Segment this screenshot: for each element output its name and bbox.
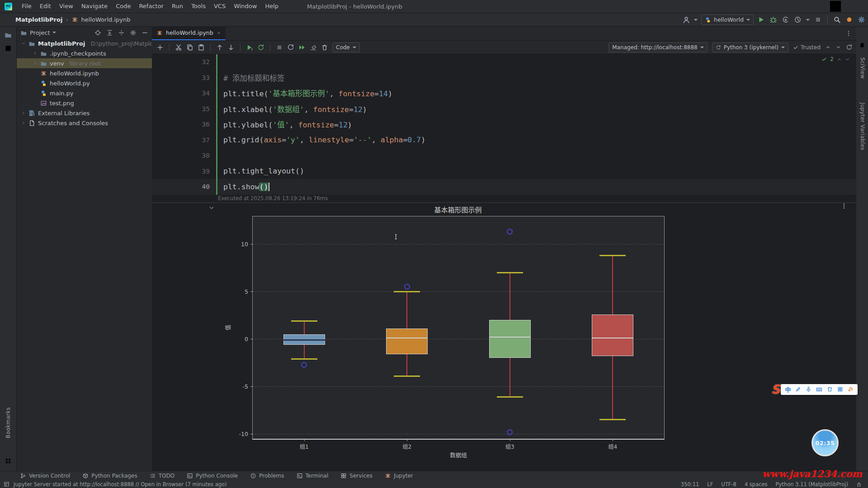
project-panel-caret-icon[interactable] <box>52 32 56 33</box>
notebook-code-cell[interactable]: 3233# 添加标题和标签34plt.title('基本箱形图示例', font… <box>152 54 856 195</box>
tab-close-icon[interactable] <box>217 31 221 35</box>
tree-item-helloworld-ipynb[interactable]: helloWorld.ipynb <box>17 68 152 78</box>
menu-refactor[interactable]: Refactor <box>135 0 168 13</box>
sogou-logo-icon[interactable]: S <box>771 382 780 396</box>
coverage-button[interactable] <box>782 16 789 23</box>
debug-button[interactable] <box>769 16 777 23</box>
expand-settings-icon[interactable] <box>118 29 125 36</box>
tool-window-button-terminal[interactable]: Terminal <box>297 473 329 479</box>
code-line-40[interactable]: 40plt.show() <box>152 179 856 195</box>
menu-code[interactable]: Code <box>112 0 135 13</box>
tool-window-switcher-icon[interactable] <box>4 481 9 487</box>
clear-outputs-button[interactable] <box>310 44 317 51</box>
locate-icon[interactable] <box>94 29 101 36</box>
code-line-32[interactable]: 32 <box>152 54 856 70</box>
structure-tool-icon[interactable] <box>5 45 12 52</box>
code-line-35[interactable]: 35plt.xlabel('数据组', fontsize=12) <box>152 101 856 117</box>
tool-window-button-python-packages[interactable]: Python Packages <box>82 473 137 479</box>
tree-item-helloworld-py[interactable]: helloWorld.py <box>17 78 152 88</box>
tool-window-button-python-console[interactable]: Python Console <box>187 473 238 479</box>
tree-item-matplotlibproj[interactable]: MatplotlibProjD:\python_proj\MatplotlibP <box>17 38 152 48</box>
menu-vcs[interactable]: VCS <box>210 0 230 13</box>
ime-wrench-icon[interactable] <box>848 386 854 392</box>
menu-window[interactable]: Window <box>230 0 261 13</box>
ime-mic-icon[interactable] <box>806 386 811 392</box>
tree-item-external-libraries[interactable]: External Libraries <box>17 108 152 118</box>
bookmarks-tool-label[interactable]: Bookmarks <box>5 407 11 438</box>
collapse-all-icon[interactable] <box>106 29 113 36</box>
code-line-37[interactable]: 37plt.grid(axis='y', linestyle='--', alp… <box>152 132 856 148</box>
stop-button[interactable] <box>814 16 822 23</box>
tree-chevron-icon[interactable] <box>33 61 38 66</box>
user-icon[interactable] <box>682 16 690 24</box>
menu-file[interactable]: File <box>18 0 36 13</box>
next-cell-chevron-icon[interactable] <box>835 44 841 50</box>
ime-pen-icon[interactable] <box>795 386 801 392</box>
run-cell-button[interactable] <box>246 44 253 51</box>
ime-skin-icon[interactable] <box>827 386 833 392</box>
restart-and-run-button[interactable] <box>287 44 294 51</box>
code-line-38[interactable]: 38 <box>152 148 856 164</box>
cut-cell-button[interactable] <box>175 44 182 51</box>
tree-chevron-icon[interactable] <box>21 41 26 46</box>
interrupt-kernel-button[interactable] <box>276 44 283 51</box>
restart-kernel-button[interactable] <box>257 44 264 51</box>
add-cell-button[interactable] <box>156 44 164 51</box>
lock-icon[interactable] <box>856 482 862 487</box>
jupyter-variables-tool-label[interactable]: Jupyter Variables <box>859 103 866 150</box>
trusted-checkbox[interactable]: Trusted <box>793 44 821 51</box>
close-icon[interactable] <box>846 0 868 13</box>
caret-position[interactable]: 350:11 <box>681 481 699 488</box>
tool-window-button-todo[interactable]: TODO <box>150 473 175 479</box>
bookmarks-tool-icon[interactable] <box>5 457 12 465</box>
file-encoding[interactable]: UTF-8 <box>721 481 736 488</box>
ime-toolbox-icon[interactable] <box>837 386 843 392</box>
code-line-36[interactable]: 36plt.ylabel('值', fontsize=12) <box>152 117 856 132</box>
tree-item-scratches-and-consoles[interactable]: Scratches and Consoles <box>17 118 152 128</box>
profile-button[interactable] <box>794 16 802 23</box>
tree-chevron-icon[interactable] <box>33 51 38 56</box>
menu-tools[interactable]: Tools <box>187 0 210 13</box>
tool-window-button-services[interactable]: Services <box>340 473 373 479</box>
breadcrumb-project[interactable]: MatplotlibProj <box>15 16 62 23</box>
breadcrumb-file[interactable]: helloWorld.ipynb <box>81 16 131 23</box>
tree-item-main-py[interactable]: main.py <box>17 88 152 98</box>
tree-chevron-icon[interactable] <box>21 121 26 125</box>
tool-window-button-problems[interactable]: Problems <box>250 473 284 479</box>
menu-run[interactable]: Run <box>168 0 187 13</box>
ide-settings-icon[interactable] <box>858 16 865 23</box>
kernel-select[interactable]: Python 3 (ipykernel) <box>712 42 788 52</box>
run-config-select[interactable]: helloWorld <box>701 14 754 25</box>
ime-chinese-mode-icon[interactable]: 中 <box>785 385 791 394</box>
run-button[interactable] <box>757 16 765 23</box>
menu-edit[interactable]: Edit <box>36 0 55 13</box>
refresh-icon[interactable] <box>846 44 853 51</box>
panel-settings-gear-icon[interactable] <box>130 29 137 36</box>
move-cell-down-button[interactable] <box>227 44 235 51</box>
project-panel-title[interactable]: Project <box>30 29 50 36</box>
maximize-icon[interactable] <box>825 0 846 13</box>
line-separator[interactable]: LF <box>707 481 713 488</box>
copy-cell-button[interactable] <box>186 44 193 51</box>
menu-help[interactable]: Help <box>261 0 283 13</box>
delete-cell-button[interactable] <box>321 44 328 51</box>
code-line-34[interactable]: 34plt.title('基本箱形图示例', fontsize=14) <box>152 85 856 101</box>
menu-navigate[interactable]: Navigate <box>77 0 112 13</box>
run-all-button[interactable] <box>298 44 306 51</box>
python-interpreter[interactable]: Python 3.11 (MatplotlibProj) <box>776 481 848 488</box>
tree-chevron-icon[interactable] <box>21 111 26 115</box>
notifications-bell-icon[interactable] <box>859 42 866 49</box>
next-issue-chevron-icon[interactable] <box>845 57 850 62</box>
hide-panel-icon[interactable] <box>142 29 148 36</box>
server-select[interactable]: Managed: http://localhost:8888 <box>609 42 707 52</box>
code-line-39[interactable]: 39plt.tight_layout() <box>152 164 856 179</box>
tab-helloworld-ipynb[interactable]: helloWorld.ipynb <box>152 26 226 40</box>
indent-style[interactable]: 4 spaces <box>745 481 768 488</box>
inspections-widget[interactable]: 2 <box>821 56 850 62</box>
ime-keyboard-icon[interactable] <box>816 386 822 393</box>
tool-window-button-version-control[interactable]: Version Control <box>20 473 70 479</box>
tree-item-test-png[interactable]: test.png <box>17 98 152 108</box>
search-everywhere-button[interactable] <box>833 16 841 23</box>
tab-options-kebab-icon[interactable] <box>845 30 852 37</box>
project-tool-icon[interactable] <box>5 31 12 39</box>
